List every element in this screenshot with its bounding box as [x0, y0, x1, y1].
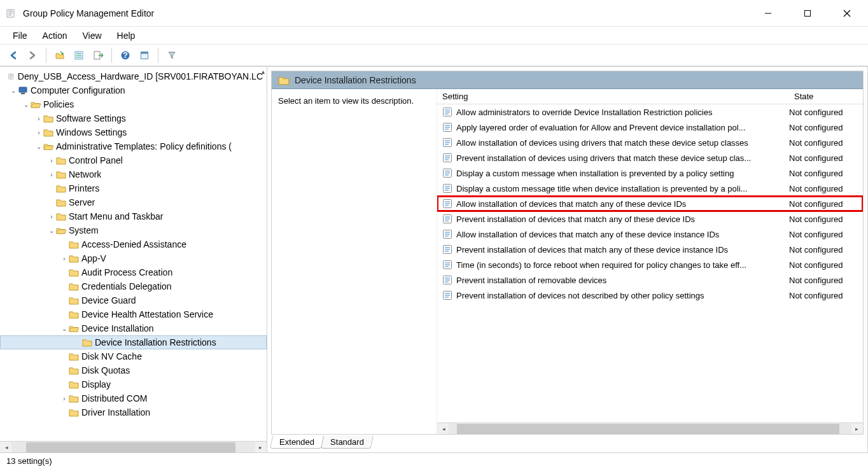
setting-row[interactable]: Prevent installation of removable device…	[437, 272, 863, 288]
tree-start-menu[interactable]: ›Start Menu and Taskbar	[0, 209, 267, 223]
setting-icon	[442, 153, 452, 163]
folder-icon	[69, 365, 79, 375]
setting-state: Not configured	[789, 138, 863, 148]
folder-icon	[43, 141, 53, 151]
tab-extended[interactable]: Extended	[270, 436, 324, 449]
setting-icon	[442, 183, 452, 193]
tree-driver-installation[interactable]: ›Driver Installation	[0, 405, 267, 419]
tree-horizontal-scrollbar[interactable]: ◂ ▸	[0, 441, 267, 452]
show-hide-tree-button[interactable]	[71, 47, 87, 64]
setting-state: Not configured	[789, 291, 863, 300]
setting-row[interactable]: Allow installation of devices that match…	[437, 196, 863, 211]
separator	[46, 48, 46, 63]
tree-system[interactable]: ⌄System	[0, 223, 267, 237]
tree-network[interactable]: ›Network	[0, 167, 267, 181]
setting-state: Not configured	[789, 123, 863, 132]
scroll-left-icon[interactable]: ◂	[438, 424, 449, 434]
setting-row[interactable]: Apply layered order of evaluation for Al…	[437, 120, 863, 135]
folder-icon	[69, 351, 79, 361]
tree-computer-configuration[interactable]: ⌄ Computer Configuration	[0, 83, 267, 97]
folder-icon	[69, 239, 79, 249]
export-list-button[interactable]	[90, 47, 106, 64]
menu-file[interactable]: File	[5, 28, 35, 43]
tab-standard[interactable]: Standard	[321, 436, 374, 449]
separator	[158, 48, 158, 63]
minimize-button[interactable]	[757, 4, 779, 22]
setting-icon	[442, 290, 452, 300]
setting-row[interactable]: Display a custom message title when devi…	[437, 181, 863, 196]
setting-name: Display a custom message when installati…	[456, 169, 789, 178]
tree-admin-templates[interactable]: ⌄Administrative Templates: Policy defini…	[0, 139, 267, 153]
tree-printers[interactable]: ›Printers	[0, 181, 267, 195]
scroll-left-icon[interactable]: ◂	[1, 442, 11, 452]
up-folder-button[interactable]	[52, 47, 68, 64]
tree-policies[interactable]: ⌄ Policies	[0, 97, 267, 111]
folder-icon	[69, 407, 79, 417]
tree-server[interactable]: ›Server	[0, 195, 267, 209]
folder-icon	[69, 295, 79, 305]
setting-row[interactable]: Prevent installation of devices not desc…	[437, 288, 863, 303]
menu-action[interactable]: Action	[35, 28, 75, 43]
tree-scroll-up-icon[interactable]: ▴	[262, 68, 265, 75]
tree-display[interactable]: ›Display	[0, 377, 267, 391]
folder-icon	[69, 253, 79, 263]
tree-view[interactable]: ▴ ▾ Deny_USB_Access_Hardware_ID [SRV001.…	[0, 67, 267, 441]
setting-row[interactable]: Allow installation of devices using driv…	[437, 135, 863, 150]
tree-audit-process[interactable]: ›Audit Process Creation	[0, 265, 267, 279]
setting-state: Not configured	[789, 276, 863, 285]
tree-disk-quotas[interactable]: ›Disk Quotas	[0, 363, 267, 377]
setting-row[interactable]: Prevent installation of devices using dr…	[437, 150, 863, 165]
tree-control-panel[interactable]: ›Control Panel	[0, 153, 267, 167]
list-horizontal-scrollbar[interactable]: ◂ ▸	[437, 423, 863, 434]
tree-access-denied[interactable]: ›Access-Denied Assistance	[0, 237, 267, 251]
setting-row[interactable]: Prevent installation of devices that mat…	[437, 242, 863, 257]
tree-app-v[interactable]: ›App-V	[0, 251, 267, 265]
setting-icon	[442, 260, 452, 270]
properties-button[interactable]	[136, 47, 153, 64]
menu-view[interactable]: View	[74, 28, 109, 43]
tree-disk-nv-cache[interactable]: ›Disk NV Cache	[0, 349, 267, 363]
tree-device-guard[interactable]: ›Device Guard	[0, 293, 267, 307]
maximize-button[interactable]	[797, 4, 818, 22]
settings-list[interactable]: Allow administrators to override Device …	[437, 104, 863, 423]
scroll-right-icon[interactable]: ▸	[255, 442, 265, 452]
folder-icon	[56, 155, 66, 165]
menu-help[interactable]: Help	[109, 28, 143, 43]
tree-windows-settings[interactable]: ›Windows Settings	[0, 125, 267, 139]
tree-root-label: Deny_USB_Access_Hardware_ID [SRV001.FIRA…	[18, 71, 263, 81]
tree-distributed-com[interactable]: ›Distributed COM	[0, 391, 267, 405]
setting-row[interactable]: Allow installation of devices that match…	[437, 227, 863, 242]
tree-software-settings[interactable]: ›Software Settings	[0, 111, 267, 125]
tree-device-installation[interactable]: ⌄Device Installation	[0, 321, 267, 335]
folder-icon	[56, 183, 66, 193]
help-button[interactable]	[117, 47, 134, 64]
tree-pane: ▴ ▾ Deny_USB_Access_Hardware_ID [SRV001.…	[0, 67, 267, 452]
column-header-setting[interactable]: Setting	[437, 89, 789, 104]
scroll-right-icon[interactable]: ▸	[851, 424, 862, 434]
tree-credentials-delegation[interactable]: ›Credentials Delegation	[0, 279, 267, 293]
setting-row[interactable]: Allow administrators to override Device …	[437, 104, 863, 120]
setting-name: Allow installation of devices that match…	[456, 199, 789, 209]
setting-row[interactable]: Time (in seconds) to force reboot when r…	[437, 257, 863, 272]
menu-bar: File Action View Help	[0, 27, 868, 45]
details-header: Device Installation Restrictions	[272, 71, 863, 89]
gpo-icon	[8, 71, 15, 81]
setting-icon	[442, 199, 452, 209]
column-header-state[interactable]: State	[789, 89, 863, 104]
folder-icon	[69, 323, 79, 333]
description-column: Select an item to view its description.	[272, 89, 437, 434]
setting-state: Not configured	[789, 108, 863, 117]
app-icon	[6, 8, 17, 18]
filter-button[interactable]	[164, 47, 180, 64]
close-button[interactable]	[836, 4, 858, 22]
computer-icon	[18, 85, 28, 95]
setting-row[interactable]: Display a custom message when installati…	[437, 165, 863, 181]
tree-device-installation-restrictions[interactable]: ›Device Installation Restrictions	[0, 335, 267, 349]
tree-device-health[interactable]: ›Device Health Attestation Service	[0, 307, 267, 321]
forward-button[interactable]	[24, 47, 41, 64]
tree-gpo-root[interactable]: ▾ Deny_USB_Access_Hardware_ID [SRV001.FI…	[0, 69, 267, 83]
back-button[interactable]	[5, 47, 22, 64]
setting-name: Prevent installation of devices using dr…	[456, 153, 789, 163]
setting-row[interactable]: Prevent installation of devices that mat…	[437, 211, 863, 227]
details-pane: Device Installation Restrictions Select …	[267, 67, 868, 452]
